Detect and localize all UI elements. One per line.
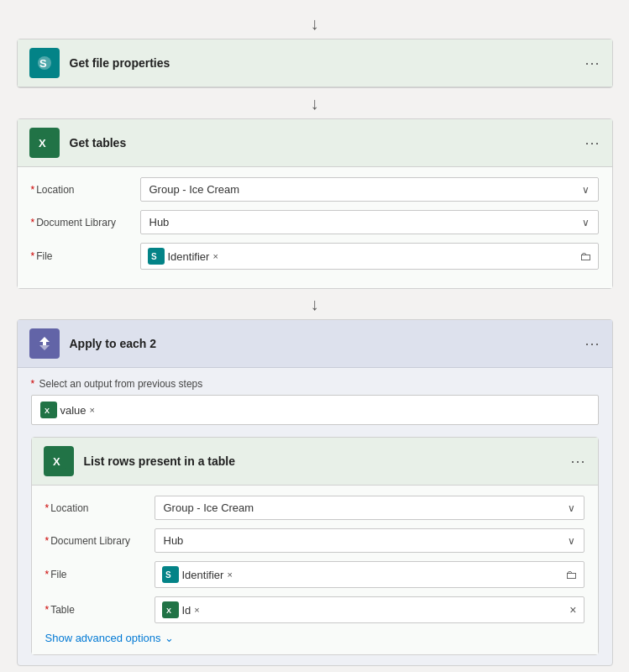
svg-text:S: S <box>165 570 171 580</box>
output-tag-close-icon[interactable]: × <box>90 405 95 415</box>
chevron-down-icon: ∨ <box>568 502 575 514</box>
table-tag: X Id × <box>162 601 200 618</box>
file-row-1: *File S Identifier × 🗀 <box>31 243 599 270</box>
get-tables-title: Get tables <box>70 136 575 150</box>
sharepoint-tag-icon-2: S <box>162 566 179 583</box>
get-file-properties-header: S Get file properties ··· <box>18 39 612 87</box>
location-select-1[interactable]: Group - Ice Cream ∨ <box>140 177 599 202</box>
arrow-2: ↓ <box>311 289 319 319</box>
location-dropdown-2[interactable]: Group - Ice Cream ∨ <box>155 496 584 520</box>
excel-tag-icon-2: X <box>162 601 179 618</box>
flow-container: ↓ S Get file properties ··· ↓ X Get <box>8 8 621 666</box>
file-label-1: *File <box>31 250 140 262</box>
table-clear-icon[interactable]: × <box>569 603 576 617</box>
folder-icon[interactable]: 🗀 <box>579 249 591 263</box>
svg-text:X: X <box>39 137 46 150</box>
svg-text:X: X <box>45 407 50 415</box>
chevron-down-icon: ∨ <box>582 184 590 196</box>
get-file-properties-menu[interactable]: ··· <box>584 55 600 72</box>
file-tag-2: S Identifier × <box>162 566 233 583</box>
apply-to-each-card: Apply to each 2 ··· * Select an output f… <box>17 319 613 666</box>
location-row-1: *Location Group - Ice Cream ∨ <box>31 177 599 202</box>
doc-library-select-2[interactable]: Hub ∨ <box>155 528 584 553</box>
apply-to-each-menu[interactable]: ··· <box>584 335 600 353</box>
apply-to-each-header: Apply to each 2 ··· <box>18 320 612 368</box>
sharepoint-icon: S <box>29 48 60 78</box>
svg-text:X: X <box>166 606 171 615</box>
get-file-properties-card: S Get file properties ··· <box>17 39 613 88</box>
output-tag-input[interactable]: X value × <box>31 395 599 425</box>
arrow-1: ↓ <box>311 88 319 118</box>
sharepoint-tag-icon: S <box>148 248 165 265</box>
location-row-2: *Location Group - Ice Cream ∨ <box>45 496 584 520</box>
doc-library-row-1: *Document Library Hub ∨ <box>31 210 599 234</box>
list-rows-menu[interactable]: ··· <box>570 453 585 470</box>
list-rows-title: List rows present in a table <box>84 454 561 468</box>
excel-icon-1: X <box>29 128 60 158</box>
apply-to-each-title: Apply to each 2 <box>70 337 575 350</box>
doc-library-label-2: *Document Library <box>45 535 155 547</box>
location-select-2[interactable]: Group - Ice Cream ∨ <box>155 496 584 520</box>
file-control-1: S Identifier × 🗀 <box>140 243 599 270</box>
file-tag-1: S Identifier × <box>148 248 218 265</box>
tag-close-icon[interactable]: × <box>212 251 218 261</box>
doc-library-row-2: *Document Library Hub ∨ <box>45 528 584 553</box>
doc-library-select-1[interactable]: Hub ∨ <box>140 210 599 234</box>
location-dropdown-1[interactable]: Group - Ice Cream ∨ <box>140 177 599 202</box>
excel-icon-2: X <box>44 446 74 476</box>
chevron-down-icon: ∨ <box>568 535 575 547</box>
select-output-label: * Select an output from previous steps <box>31 378 599 390</box>
table-tag-input[interactable]: X Id × × <box>155 596 584 623</box>
excel-tag-icon: X <box>40 402 57 418</box>
file-row-2: *File S Identifier × <box>45 561 584 588</box>
list-rows-body: *Location Group - Ice Cream ∨ *Documen <box>32 486 598 654</box>
show-advanced-options-button[interactable]: Show advanced options ⌄ <box>45 632 584 644</box>
list-rows-card: X List rows present in a table ··· *Loca… <box>31 437 599 655</box>
apply-to-each-body: * Select an output from previous steps X… <box>18 368 612 665</box>
location-label-2: *Location <box>45 502 155 514</box>
get-tables-header: X Get tables ··· <box>18 119 612 167</box>
output-tag: X value × <box>40 402 96 418</box>
doc-library-label-1: *Document Library <box>31 217 140 228</box>
file-control-2: S Identifier × 🗀 <box>155 561 584 588</box>
loop-icon <box>29 328 60 359</box>
file-tag-input-1[interactable]: S Identifier × 🗀 <box>140 243 599 270</box>
get-tables-menu[interactable]: ··· <box>584 134 600 152</box>
tag-close-icon-2[interactable]: × <box>227 570 232 580</box>
doc-library-dropdown-2[interactable]: Hub ∨ <box>155 528 584 553</box>
location-label-1: *Location <box>31 184 140 196</box>
file-label-2: *File <box>45 569 155 580</box>
top-arrow: ↓ <box>311 8 319 39</box>
chevron-down-icon: ⌄ <box>165 632 174 644</box>
get-tables-body: *Location Group - Ice Cream ∨ *Document … <box>18 167 612 288</box>
table-control: X Id × × <box>155 596 584 623</box>
doc-library-dropdown-1[interactable]: Hub ∨ <box>140 210 599 234</box>
table-row-field: *Table X Id × × <box>45 596 584 623</box>
table-label: *Table <box>45 604 155 616</box>
svg-text:S: S <box>39 57 47 70</box>
svg-text:S: S <box>151 252 157 261</box>
file-tag-input-2[interactable]: S Identifier × 🗀 <box>155 561 584 588</box>
get-tables-card: X Get tables ··· *Location Group - Ice C… <box>17 118 613 289</box>
table-tag-close-icon[interactable]: × <box>194 605 199 615</box>
get-file-properties-title: Get file properties <box>70 56 575 70</box>
folder-icon-2[interactable]: 🗀 <box>565 568 577 581</box>
list-rows-header: X List rows present in a table ··· <box>32 438 598 486</box>
chevron-down-icon: ∨ <box>582 217 590 228</box>
svg-text:X: X <box>53 455 60 468</box>
